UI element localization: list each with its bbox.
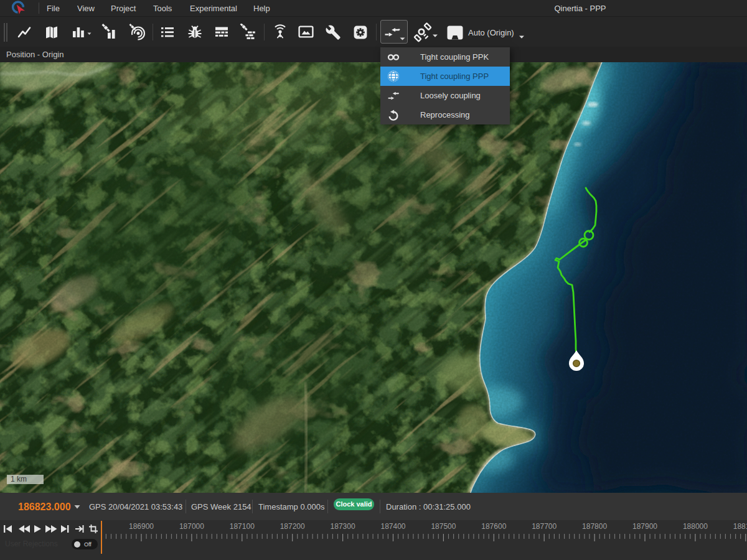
svg-text:187400: 187400: [380, 522, 405, 531]
svg-text:188100: 188100: [733, 522, 747, 531]
svg-text:187800: 187800: [582, 522, 607, 531]
svg-text:187700: 187700: [532, 522, 557, 531]
svg-text:187100: 187100: [230, 522, 255, 531]
svg-text:187000: 187000: [179, 522, 204, 531]
svg-text:186900: 186900: [129, 522, 154, 531]
svg-text:187500: 187500: [431, 522, 456, 531]
svg-text:187300: 187300: [331, 522, 355, 531]
svg-text:188000: 188000: [683, 522, 708, 531]
svg-text:187200: 187200: [280, 522, 305, 531]
svg-text:187600: 187600: [481, 522, 506, 531]
svg-text:187900: 187900: [632, 522, 657, 531]
